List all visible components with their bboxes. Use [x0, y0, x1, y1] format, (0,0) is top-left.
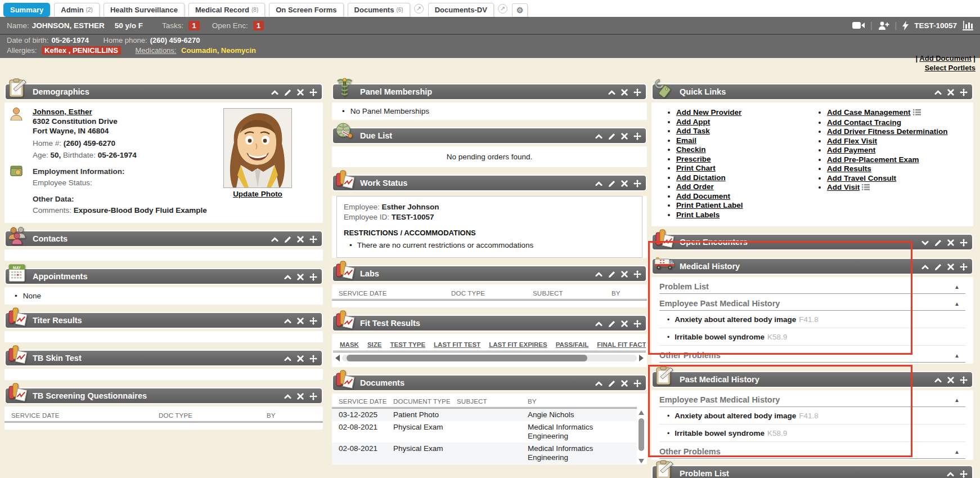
quick-link[interactable]: Add Appt — [676, 118, 710, 126]
section-collapse-icon[interactable]: ▲ — [954, 352, 963, 359]
quick-link[interactable]: Add Task — [676, 127, 710, 135]
section-collapse-icon[interactable]: ▲ — [954, 397, 963, 403]
collapse-icon[interactable] — [271, 89, 278, 96]
close-icon[interactable] — [621, 380, 628, 387]
list-view-icon[interactable] — [913, 109, 921, 118]
quick-link[interactable]: Add Case Management — [827, 108, 911, 117]
col-header[interactable]: SERVICE DATE — [339, 290, 451, 297]
col-header[interactable]: BY — [612, 290, 640, 297]
edit-icon[interactable] — [608, 271, 615, 278]
list-view-icon[interactable] — [862, 184, 870, 193]
quick-link[interactable]: Add Dictation — [676, 173, 726, 182]
col-header[interactable]: PASS/FAIL — [556, 341, 589, 348]
col-header[interactable]: LAST FIT EXPIRES — [489, 341, 547, 348]
move-icon[interactable] — [960, 88, 968, 96]
quick-link[interactable]: Print Chart — [676, 164, 716, 172]
tab-documents-dv[interactable]: Documents-DV — [428, 3, 494, 17]
tab-medical-record[interactable]: Medical Record(8) — [188, 3, 265, 17]
col-header[interactable]: DOC TYPE — [451, 290, 533, 297]
close-icon[interactable] — [297, 274, 304, 280]
scroll-right-arrow[interactable] — [639, 355, 644, 361]
open-new-window-icon[interactable]: ↗ — [498, 4, 507, 14]
move-icon[interactable] — [633, 270, 641, 278]
close-icon[interactable] — [297, 393, 304, 400]
close-icon[interactable] — [947, 239, 954, 246]
table-row[interactable]: 02-08-2021 Physical Exam Medical Informa… — [332, 421, 637, 443]
col-header[interactable]: TEST TYPE — [390, 341, 425, 348]
quick-link[interactable]: Print Patient Label — [676, 201, 743, 209]
section-collapse-icon[interactable]: ▲ — [954, 301, 963, 307]
close-icon[interactable] — [621, 180, 628, 187]
allergies-value[interactable]: Keflex , PENICILLINS — [42, 46, 121, 55]
close-icon[interactable] — [297, 236, 304, 243]
expand-icon[interactable] — [921, 239, 929, 247]
quick-link[interactable]: Add Pre-Placement Exam — [827, 155, 919, 164]
move-icon[interactable] — [309, 273, 317, 281]
col-header[interactable]: SUBJECT — [533, 290, 612, 297]
quick-link[interactable]: Add Visit — [827, 183, 860, 191]
close-icon[interactable] — [621, 271, 628, 278]
close-icon[interactable] — [947, 377, 954, 383]
close-icon[interactable] — [621, 320, 628, 327]
quick-link[interactable]: Add Document — [676, 192, 730, 200]
collapse-icon[interactable] — [947, 471, 954, 478]
tab-summary[interactable]: Summary — [3, 3, 50, 17]
quick-link[interactable]: Prescribe — [676, 155, 711, 163]
open-enc-count-badge[interactable]: 1 — [253, 21, 264, 30]
close-icon[interactable] — [947, 263, 954, 270]
patient-name-link[interactable]: Johnson, Esther — [33, 108, 92, 116]
col-header[interactable]: SERVICE DATE — [11, 412, 159, 419]
move-icon[interactable] — [309, 392, 317, 400]
collapse-icon[interactable] — [934, 89, 942, 96]
section-collapse-icon[interactable]: ▲ — [954, 284, 963, 290]
quick-link[interactable]: Checkin — [676, 145, 706, 154]
move-icon[interactable] — [309, 88, 317, 96]
col-header[interactable]: SIZE — [367, 341, 382, 348]
add-person-icon[interactable] — [878, 21, 889, 30]
move-icon[interactable] — [960, 239, 968, 247]
tab-health-surveillance[interactable]: Health Surveillance — [104, 3, 185, 17]
edit-icon[interactable] — [284, 236, 291, 243]
edit-icon[interactable] — [608, 380, 615, 387]
history-item[interactable]: • Irritable bowel syndrome K58.9 — [659, 328, 965, 346]
close-icon[interactable] — [621, 89, 628, 96]
tab-admin[interactable]: Admin(2) — [54, 3, 100, 17]
collapse-icon[interactable] — [595, 180, 603, 187]
move-icon[interactable] — [633, 88, 641, 96]
close-icon[interactable] — [947, 89, 954, 96]
col-header[interactable]: SERVICE DATE — [339, 398, 393, 405]
edit-icon[interactable] — [608, 180, 615, 187]
select-portlets-link[interactable]: Select Portlets — [925, 64, 975, 72]
col-header[interactable]: DOCUMENT TYPE — [393, 398, 457, 405]
move-icon[interactable] — [633, 132, 641, 140]
col-header[interactable]: BY — [267, 412, 316, 419]
quick-link[interactable]: Add Order — [676, 182, 714, 191]
edit-icon[interactable] — [608, 133, 615, 140]
move-icon[interactable] — [633, 320, 641, 328]
collapse-icon[interactable] — [271, 236, 278, 243]
add-document-link[interactable]: Add Document — [919, 54, 971, 62]
bar-chart-icon[interactable] — [963, 21, 973, 30]
collapse-icon[interactable] — [284, 393, 291, 400]
lightning-bolt-icon[interactable] — [902, 21, 909, 30]
tasks-count-badge[interactable]: 1 — [188, 21, 200, 30]
move-icon[interactable] — [309, 235, 317, 243]
collapse-icon[interactable] — [595, 380, 603, 387]
col-header[interactable]: LAST FIT TEST — [434, 341, 480, 348]
col-header[interactable]: FINAL FIT FACTOR — [597, 341, 646, 348]
history-item[interactable]: • Anxiety about altered body image F41.8 — [659, 311, 965, 328]
close-icon[interactable] — [621, 133, 628, 140]
quick-link[interactable]: Add Results — [827, 164, 871, 173]
edit-icon[interactable] — [608, 320, 615, 328]
tab-settings[interactable]: ⚙ — [512, 3, 528, 17]
collapse-icon[interactable] — [284, 274, 291, 281]
quick-link[interactable]: Add Contact Tracing — [827, 118, 901, 127]
collapse-icon[interactable] — [284, 355, 291, 363]
edit-icon[interactable] — [284, 89, 291, 96]
collapse-icon[interactable] — [921, 263, 929, 271]
collapse-icon[interactable] — [595, 271, 603, 278]
collapse-icon[interactable] — [934, 377, 942, 384]
table-row[interactable]: 03-12-2025 Patient Photo Angie Nichols — [332, 409, 637, 421]
history-item[interactable]: • Anxiety about altered body image F41.8 — [659, 407, 965, 425]
move-icon[interactable] — [309, 355, 317, 363]
